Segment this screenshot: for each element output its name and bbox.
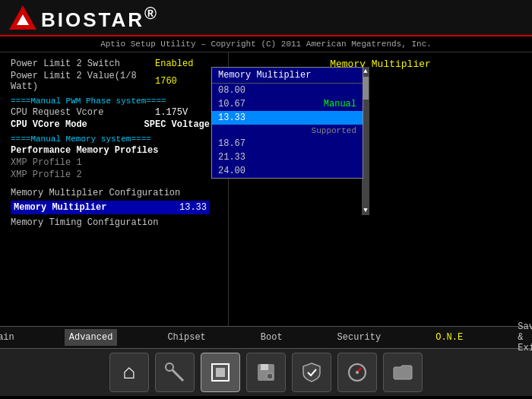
- scroll-thumb: [363, 77, 369, 100]
- power-limit-switch-label: Power Limit 2 Switch: [11, 59, 120, 69]
- icon-square[interactable]: [201, 353, 240, 392]
- power-limit-value-row[interactable]: Power Limit 2 Value(1/8 Watt) 1760: [11, 71, 210, 92]
- scroll-down-arrow[interactable]: ▼: [362, 206, 369, 215]
- nav-security[interactable]: Security: [333, 329, 386, 346]
- nav-bar: Main Advanced Chipset Boot Security O.N.…: [0, 326, 532, 349]
- dropdown-menu[interactable]: Memory Multiplier 08.00 10.67Manual 13.3…: [211, 67, 363, 179]
- power-limit-value-value: 1760: [149, 76, 210, 87]
- dropdown-item-1067[interactable]: 10.67Manual: [212, 97, 363, 111]
- power-limit-switch-row[interactable]: Power Limit 2 Switch Enabled: [11, 59, 210, 69]
- memory-multiplier-config-row[interactable]: Memory Multiplier Configuration: [11, 188, 210, 198]
- left-panel: Power Limit 2 Switch Enabled Power Limit…: [0, 52, 220, 326]
- pwm-divider: ====Manual PWM Phase system====: [11, 97, 210, 106]
- dropdown-item-0800[interactable]: 08.00: [212, 84, 363, 97]
- logo-reg: ®: [144, 4, 159, 23]
- dropdown-item-1333[interactable]: 13.33: [212, 111, 363, 125]
- dropdown-item-2400[interactable]: 24.00: [212, 164, 363, 178]
- cpu-vcore-mode-label: CPU VCore Mode: [11, 119, 87, 130]
- nav-advanced[interactable]: Advanced: [65, 329, 118, 346]
- xmp-profile2-label: XMP Profile 2: [11, 169, 82, 180]
- memory-multiplier-value: 13.33: [179, 202, 207, 213]
- nav-chipset[interactable]: Chipset: [163, 329, 210, 346]
- xmp-profile1-label: XMP Profile 1: [11, 157, 82, 168]
- svg-point-0: [166, 363, 173, 371]
- dropdown-item-2133[interactable]: 21.33: [212, 150, 363, 164]
- nav-main[interactable]: Main: [0, 329, 19, 346]
- power-limit-value-label: Power Limit 2 Value(1/8 Watt): [11, 71, 149, 92]
- svg-point-6: [267, 373, 273, 379]
- xmp-profile1-row[interactable]: XMP Profile 1: [11, 157, 210, 168]
- logo-triangle-icon: [9, 5, 36, 30]
- cpu-vcore-mode-row[interactable]: CPU VCore Mode SPEC Voltage: [11, 119, 210, 130]
- icon-tools[interactable]: [155, 353, 195, 392]
- icon-shield[interactable]: [292, 353, 331, 392]
- copyright-text: Aptio Setup Utility – Copyright (C) 2011…: [100, 40, 432, 49]
- power-limit-switch-value: Enabled: [149, 59, 210, 69]
- memory-timing-config-label: Memory Timing Configuration: [11, 217, 158, 228]
- nav-one[interactable]: O.N.E: [431, 329, 467, 346]
- icon-disk[interactable]: [246, 353, 286, 392]
- cpu-vcore-request-value: 1.175V: [149, 107, 210, 118]
- svg-rect-3: [216, 368, 225, 377]
- memory-divider: ====Manual Memory system====: [11, 135, 210, 144]
- copyright-bar: Aptio Setup Utility – Copyright (C) 2011…: [0, 36, 532, 52]
- dropdown-header: Memory Multiplier: [212, 68, 363, 84]
- perf-memory-profiles-label: Performance Memory Profiles: [11, 145, 158, 156]
- dropdown-item-supported: Supported: [212, 125, 363, 137]
- logo-brand: BIOSTAR: [41, 8, 144, 30]
- cpu-vcore-request-row[interactable]: CPU Request Vcore 1.175V: [11, 107, 210, 118]
- memory-multiplier-config-label: Memory Multiplier Configuration: [11, 188, 180, 198]
- cpu-vcore-mode-value: SPEC Voltage: [138, 119, 210, 130]
- logo-area: BIOSTAR®: [9, 4, 159, 32]
- xmp-profile2-row[interactable]: XMP Profile 2: [11, 169, 210, 180]
- svg-line-1: [173, 370, 183, 381]
- svg-point-9: [356, 371, 359, 374]
- cpu-vcore-request-label: CPU Request Vcore: [11, 107, 103, 118]
- memory-timing-config-row[interactable]: Memory Timing Configuration: [11, 217, 210, 228]
- nav-save-exit[interactable]: Save & Exit: [513, 318, 532, 356]
- memory-multiplier-row[interactable]: Memory Multiplier 13.33: [11, 201, 210, 214]
- icon-bar: ⌂: [0, 349, 532, 396]
- dropdown-item-1867[interactable]: 18.67: [212, 137, 363, 150]
- nav-boot[interactable]: Boot: [256, 329, 287, 346]
- perf-memory-profiles-row[interactable]: Performance Memory Profiles: [11, 145, 210, 156]
- memory-multiplier-label: Memory Multiplier: [14, 202, 106, 213]
- header: BIOSTAR®: [0, 0, 532, 36]
- logo-text: BIOSTAR®: [41, 4, 159, 32]
- icon-home[interactable]: ⌂: [109, 353, 149, 392]
- icon-gauge[interactable]: [337, 353, 377, 392]
- icon-folder[interactable]: [383, 353, 423, 392]
- svg-rect-5: [261, 364, 268, 370]
